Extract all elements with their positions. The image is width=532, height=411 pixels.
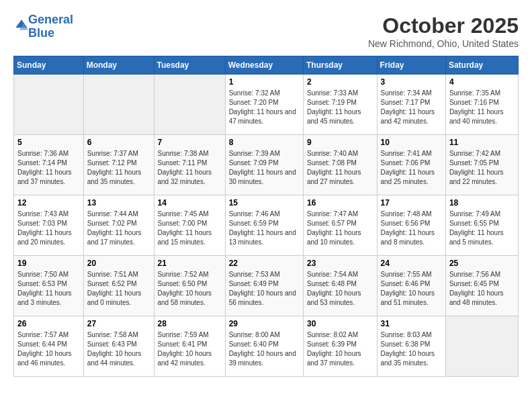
day-number: 8 [229,138,300,147]
calendar-cell: 24Sunrise: 7:55 AM Sunset: 6:46 PM Dayli… [377,256,445,316]
calendar-cell: 10Sunrise: 7:41 AM Sunset: 7:06 PM Dayli… [377,135,445,195]
day-info: Sunrise: 7:39 AM Sunset: 7:09 PM Dayligh… [229,149,300,187]
calendar-cell: 16Sunrise: 7:47 AM Sunset: 6:57 PM Dayli… [303,195,377,256]
calendar-cell: 12Sunrise: 7:43 AM Sunset: 7:03 PM Dayli… [14,195,84,256]
day-info: Sunrise: 7:48 AM Sunset: 6:56 PM Dayligh… [381,210,442,247]
days-of-week-row: SundayMondayTuesdayWednesdayThursdayFrid… [14,56,519,75]
calendar-cell: 22Sunrise: 7:53 AM Sunset: 6:49 PM Dayli… [225,256,303,316]
day-info: Sunrise: 7:56 AM Sunset: 6:45 PM Dayligh… [449,270,515,308]
calendar-cell: 3Sunrise: 7:34 AM Sunset: 7:17 PM Daylig… [377,75,445,135]
calendar-cell: 8Sunrise: 7:39 AM Sunset: 7:09 PM Daylig… [225,135,303,195]
day-number: 22 [229,259,300,268]
day-number: 16 [307,198,373,208]
calendar-cell [445,316,518,377]
day-number: 20 [87,259,150,268]
day-number: 29 [229,319,300,328]
calendar-cell: 27Sunrise: 7:58 AM Sunset: 6:43 PM Dayli… [83,316,154,377]
calendar-cell: 6Sunrise: 7:37 AM Sunset: 7:12 PM Daylig… [83,135,154,195]
calendar-week-row: 1Sunrise: 7:32 AM Sunset: 7:20 PM Daylig… [14,75,519,135]
logo-icon [15,19,28,32]
calendar-cell: 28Sunrise: 7:59 AM Sunset: 6:41 PM Dayli… [154,316,225,377]
day-info: Sunrise: 7:49 AM Sunset: 6:55 PM Dayligh… [449,210,515,247]
calendar-table: SundayMondayTuesdayWednesdayThursdayFrid… [13,56,519,377]
calendar-cell: 17Sunrise: 7:48 AM Sunset: 6:56 PM Dayli… [377,195,445,256]
calendar-week-row: 19Sunrise: 7:50 AM Sunset: 6:53 PM Dayli… [14,256,519,316]
day-of-week-header: Friday [377,56,445,75]
day-number: 27 [87,319,150,328]
day-number: 9 [307,138,373,147]
day-of-week-header: Thursday [303,56,377,75]
day-number: 7 [158,138,222,147]
calendar-cell [154,75,225,135]
day-number: 19 [17,259,80,268]
day-number: 12 [17,198,80,208]
calendar-cell: 5Sunrise: 7:36 AM Sunset: 7:14 PM Daylig… [14,135,84,195]
day-info: Sunrise: 7:45 AM Sunset: 7:00 PM Dayligh… [158,210,222,247]
calendar-cell [83,75,154,135]
day-info: Sunrise: 7:50 AM Sunset: 6:53 PM Dayligh… [17,270,80,308]
day-info: Sunrise: 7:41 AM Sunset: 7:06 PM Dayligh… [381,149,442,187]
calendar-cell [14,75,84,135]
day-of-week-header: Wednesday [225,56,303,75]
day-info: Sunrise: 7:36 AM Sunset: 7:14 PM Dayligh… [17,149,80,187]
day-number: 15 [229,198,300,208]
day-info: Sunrise: 7:47 AM Sunset: 6:57 PM Dayligh… [307,210,373,247]
calendar-week-row: 5Sunrise: 7:36 AM Sunset: 7:14 PM Daylig… [14,135,519,195]
day-info: Sunrise: 7:46 AM Sunset: 6:59 PM Dayligh… [229,210,300,247]
calendar-cell: 21Sunrise: 7:52 AM Sunset: 6:50 PM Dayli… [154,256,225,316]
calendar-cell: 2Sunrise: 7:33 AM Sunset: 7:19 PM Daylig… [303,75,377,135]
day-info: Sunrise: 7:43 AM Sunset: 7:03 PM Dayligh… [17,210,80,247]
day-info: Sunrise: 7:40 AM Sunset: 7:08 PM Dayligh… [307,149,373,187]
day-info: Sunrise: 7:42 AM Sunset: 7:05 PM Dayligh… [449,149,515,187]
day-info: Sunrise: 7:54 AM Sunset: 6:48 PM Dayligh… [307,270,373,308]
day-number: 18 [449,198,515,208]
day-of-week-header: Monday [83,56,154,75]
calendar-cell: 15Sunrise: 7:46 AM Sunset: 6:59 PM Dayli… [225,195,303,256]
day-info: Sunrise: 7:58 AM Sunset: 6:43 PM Dayligh… [87,330,150,368]
calendar-cell: 25Sunrise: 7:56 AM Sunset: 6:45 PM Dayli… [445,256,518,316]
calendar-cell: 19Sunrise: 7:50 AM Sunset: 6:53 PM Dayli… [14,256,84,316]
page-header: General Blue October 2025 New Richmond, … [13,13,519,49]
day-info: Sunrise: 7:44 AM Sunset: 7:02 PM Dayligh… [87,210,150,247]
day-info: Sunrise: 7:32 AM Sunset: 7:20 PM Dayligh… [229,89,300,126]
day-number: 21 [158,259,222,268]
day-number: 4 [449,77,515,87]
calendar-week-row: 26Sunrise: 7:57 AM Sunset: 6:44 PM Dayli… [14,316,519,377]
day-info: Sunrise: 7:53 AM Sunset: 6:49 PM Dayligh… [229,270,300,308]
calendar-cell: 13Sunrise: 7:44 AM Sunset: 7:02 PM Dayli… [83,195,154,256]
month-title: October 2025 [368,13,519,38]
day-info: Sunrise: 8:03 AM Sunset: 6:38 PM Dayligh… [381,330,442,368]
calendar-cell: 30Sunrise: 8:02 AM Sunset: 6:39 PM Dayli… [303,316,377,377]
day-number: 5 [17,138,80,147]
day-info: Sunrise: 7:34 AM Sunset: 7:17 PM Dayligh… [381,89,442,126]
calendar-body: 1Sunrise: 7:32 AM Sunset: 7:20 PM Daylig… [14,75,519,377]
day-info: Sunrise: 7:38 AM Sunset: 7:11 PM Dayligh… [158,149,222,187]
day-number: 30 [307,319,373,328]
calendar-cell: 4Sunrise: 7:35 AM Sunset: 7:16 PM Daylig… [445,75,518,135]
day-info: Sunrise: 7:35 AM Sunset: 7:16 PM Dayligh… [449,89,515,126]
calendar-cell: 7Sunrise: 7:38 AM Sunset: 7:11 PM Daylig… [154,135,225,195]
calendar-week-row: 12Sunrise: 7:43 AM Sunset: 7:03 PM Dayli… [14,195,519,256]
title-block: October 2025 New Richmond, Ohio, United … [368,13,519,49]
day-number: 25 [449,259,515,268]
day-number: 13 [87,198,150,208]
day-info: Sunrise: 7:57 AM Sunset: 6:44 PM Dayligh… [17,330,80,368]
calendar-cell: 18Sunrise: 7:49 AM Sunset: 6:55 PM Dayli… [445,195,518,256]
calendar-cell: 20Sunrise: 7:51 AM Sunset: 6:52 PM Dayli… [83,256,154,316]
calendar-cell: 31Sunrise: 8:03 AM Sunset: 6:38 PM Dayli… [377,316,445,377]
logo-blue: Blue [28,26,54,40]
day-number: 2 [307,77,373,87]
calendar-cell: 14Sunrise: 7:45 AM Sunset: 7:00 PM Dayli… [154,195,225,256]
logo: General Blue [13,13,73,40]
day-of-week-header: Saturday [445,56,518,75]
day-info: Sunrise: 7:52 AM Sunset: 6:50 PM Dayligh… [158,270,222,308]
day-number: 14 [158,198,222,208]
day-number: 6 [87,138,150,147]
day-number: 26 [17,319,80,328]
calendar-cell: 1Sunrise: 7:32 AM Sunset: 7:20 PM Daylig… [225,75,303,135]
day-number: 1 [229,77,300,87]
logo-text: General Blue [28,13,73,40]
calendar-cell: 9Sunrise: 7:40 AM Sunset: 7:08 PM Daylig… [303,135,377,195]
location-text: New Richmond, Ohio, United States [368,38,519,49]
day-number: 31 [381,319,442,328]
